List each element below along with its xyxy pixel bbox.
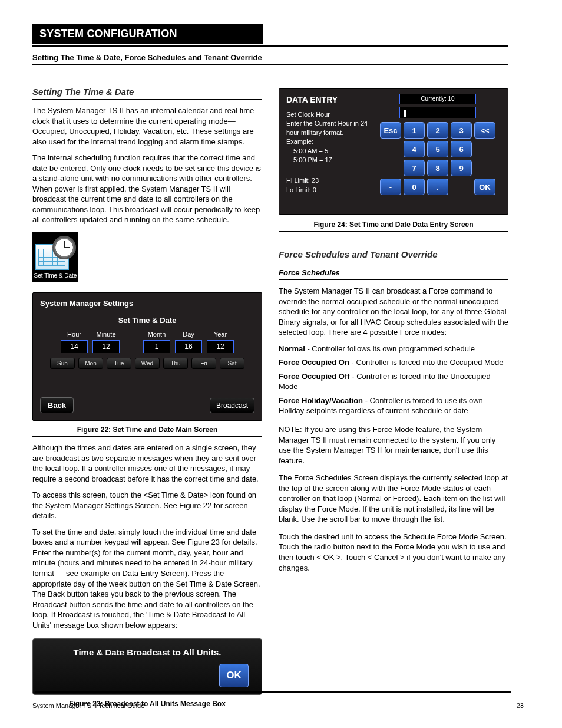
left-body4: To set the time and date, simply touch t… — [32, 527, 262, 630]
figure-22-caption: Figure 22: Set Time and Date Main Screen — [32, 426, 262, 434]
icon-label: Set Time & Date — [32, 272, 78, 279]
left-subheader-rule — [32, 99, 262, 100]
left-body3: To access this screen, touch the <Set Ti… — [32, 490, 262, 521]
keypad-backspace-button[interactable]: << — [474, 122, 495, 139]
de-ex2: 5:00 PM = 17 — [286, 156, 369, 164]
keypad-0-button[interactable]: 0 — [404, 179, 425, 195]
mode-normal-text: - Controller follows its own programmed … — [307, 344, 475, 353]
left-para1: The System Manager TS II has an internal… — [32, 106, 262, 147]
subtitle-rule — [32, 64, 508, 65]
right-body1: The System Manager TS II can broadcast a… — [279, 286, 508, 338]
hour-label: Hour — [67, 331, 81, 338]
mode-forvac-label: Force Holiday/Vacation — [279, 396, 363, 405]
footer-rule — [35, 691, 511, 693]
de-ex1: 5:00 AM = 5 — [286, 147, 369, 156]
figure-24-caption: Figure 24: Set Time and Date Data Entry … — [279, 220, 508, 229]
hour-input[interactable]: 14 — [61, 340, 88, 353]
broadcast-button[interactable]: Broadcast — [210, 398, 254, 413]
chapter-subtitle: Setting The Time & Date, Force Schedules… — [32, 53, 262, 62]
figure-24-rule — [279, 231, 508, 232]
right-subheader-rule-1 — [279, 262, 508, 262]
day-sat-button[interactable]: Sat — [220, 358, 244, 369]
broadcast-ok-dialog: Time & Date Broadcast to All Units. OK — [32, 638, 262, 695]
keypad-ok-button[interactable]: OK — [474, 179, 495, 195]
broadcast-ok-button[interactable]: OK — [219, 664, 249, 687]
keypad-7-button[interactable]: 7 — [404, 160, 425, 176]
right-subheader: Force Schedules and Tenant Override — [279, 249, 508, 259]
right-body3: The Force Schedules Screen displays the … — [279, 473, 508, 525]
keypad-6-button[interactable]: 6 — [451, 141, 472, 157]
month-input[interactable]: 1 — [143, 340, 170, 353]
broadcast-ok-message: Time & Date Broadcast to All Units. — [74, 647, 222, 657]
text-cursor-icon — [404, 110, 406, 117]
day-thu-button[interactable]: Thu — [163, 358, 188, 369]
right-body4: Touch the desired unit to access the Sch… — [279, 532, 508, 573]
force-schedules-hdr: Force Schedules — [279, 268, 508, 277]
de-hilimit: Hi Limit: 23 — [286, 176, 369, 185]
currently-display: Currently: 10 — [399, 94, 476, 104]
day-label: Day — [183, 331, 194, 338]
keypad-9-button[interactable]: 9 — [451, 160, 472, 176]
month-label: Month — [148, 331, 166, 338]
keypad-esc-button[interactable]: Esc — [380, 122, 401, 139]
day-tue-button[interactable]: Tue — [107, 358, 131, 369]
left-subheader: Setting The Time & Date — [32, 87, 262, 97]
de-line1: Set Clock Hour — [286, 110, 369, 119]
de-line3: Example: — [286, 137, 369, 146]
panel-subtitle: Set Time & Date — [40, 316, 254, 325]
figure-22-rule — [32, 436, 262, 437]
mode-foroff-label: Force Occupied Off — [279, 372, 350, 381]
title-rule — [32, 45, 508, 47]
page-footer: System Manager TS II Technical Guide 23 — [32, 702, 524, 709]
keypad-dot-button[interactable]: . — [427, 179, 448, 195]
mode-normal-label: Normal — [279, 344, 305, 353]
left-body2: Although the times and dates are entered… — [32, 443, 262, 484]
day-sun-button[interactable]: Sun — [50, 358, 75, 369]
day-input[interactable]: 16 — [175, 340, 202, 353]
keypad-2-button[interactable]: 2 — [427, 122, 448, 139]
back-button[interactable]: Back — [40, 397, 74, 413]
left-para2: The internal scheduling function require… — [32, 153, 262, 225]
minute-label: Minute — [96, 331, 115, 338]
set-time-panel: System Manager Settings Set Time & Date … — [32, 292, 262, 421]
data-entry-input[interactable] — [399, 107, 476, 118]
keypad-3-button[interactable]: 3 — [451, 122, 472, 139]
day-wed-button[interactable]: Wed — [135, 358, 160, 369]
year-label: Year — [214, 331, 227, 338]
de-lolimit: Lo Limit: 0 — [286, 186, 369, 195]
year-input[interactable]: 12 — [207, 340, 234, 353]
data-entry-panel: DATA ENTRY Set Clock Hour Enter the Curr… — [279, 88, 508, 215]
footer-page-number: 23 — [517, 702, 524, 709]
keypad-5-button[interactable]: 5 — [427, 141, 448, 157]
section-title-bar: SYSTEM CONFIGURATION — [32, 24, 263, 44]
mode-foron-label: Force Occupied On — [279, 358, 349, 367]
day-fri-button[interactable]: Fri — [191, 358, 216, 369]
keypad-8-button[interactable]: 8 — [427, 160, 448, 176]
minute-input[interactable]: 12 — [92, 340, 120, 353]
right-note: NOTE: If you are using this Force Mode f… — [279, 424, 508, 466]
keypad-4-button[interactable]: 4 — [404, 141, 425, 157]
panel-title: System Manager Settings — [40, 299, 254, 308]
keypad-1-button[interactable]: 1 — [404, 122, 425, 139]
de-line2: Enter the Current Hour in 24 hour milita… — [286, 119, 369, 137]
mode-foron-text: - Controller is forced into the Occupied… — [352, 358, 504, 367]
day-mon-button[interactable]: Mon — [78, 358, 103, 369]
right-subheader-rule-2 — [279, 279, 508, 280]
set-time-date-icon: Set Time & Date — [32, 232, 78, 279]
keypad-neg-button[interactable]: - — [380, 179, 401, 195]
footer-left: System Manager TS II Technical Guide — [32, 702, 144, 709]
